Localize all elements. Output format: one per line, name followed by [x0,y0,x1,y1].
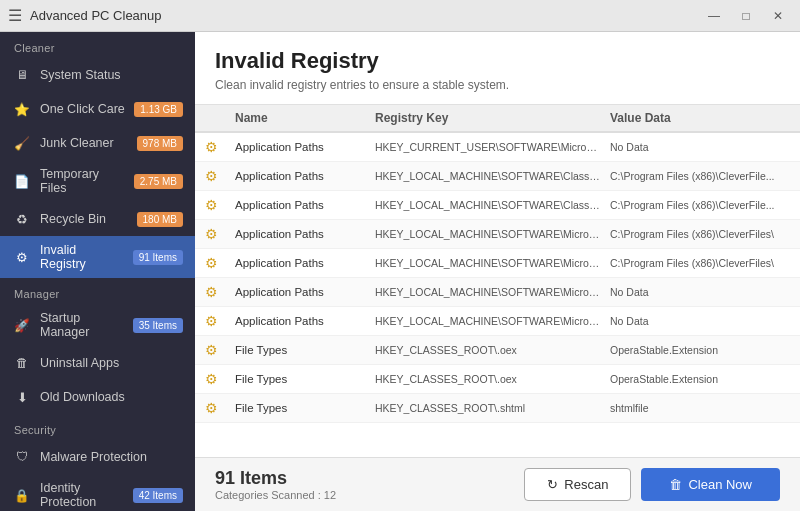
sidebar-label-invalid-registry: Invalid Registry [40,243,125,271]
main-layout: Cleaner 🖥System Status⭐One Click Care1.1… [0,32,800,511]
sidebar-item-malware-protection[interactable]: 🛡Malware Protection [0,440,195,474]
startup-icon: 🚀 [12,315,32,335]
row-name: Application Paths [235,228,375,240]
sidebar-item-uninstall-apps[interactable]: 🗑Uninstall Apps [0,346,195,380]
table-row[interactable]: ⚙ File Types HKEY_CLASSES_ROOT\.oex Oper… [195,365,800,394]
clean-icon: 🗑 [669,477,682,492]
close-button[interactable]: ✕ [764,6,792,26]
clean-now-button[interactable]: 🗑 Clean Now [641,468,780,501]
sidebar-badge-startup-manager: 35 Items [133,318,183,333]
sidebar-badge-invalid-registry: 91 Items [133,250,183,265]
table-body: ⚙ Application Paths HKEY_CURRENT_USER\SO… [195,133,800,423]
row-name: Application Paths [235,170,375,182]
row-registry-icon: ⚙ [205,400,235,416]
sidebar-label-junk-cleaner: Junk Cleaner [40,136,129,150]
col-value: Value Data [610,111,790,125]
row-registry-key: HKEY_CLASSES_ROOT\.shtml [375,402,610,414]
table-row[interactable]: ⚙ Application Paths HKEY_LOCAL_MACHINE\S… [195,249,800,278]
app-title: Advanced PC Cleanup [30,8,162,23]
table-row[interactable]: ⚙ Application Paths HKEY_LOCAL_MACHINE\S… [195,307,800,336]
sidebar-item-startup-manager[interactable]: 🚀Startup Manager35 Items [0,304,195,346]
row-registry-key: HKEY_LOCAL_MACHINE\SOFTWARE\Microsoft\Wi… [375,286,610,298]
row-registry-key: HKEY_CLASSES_ROOT\.oex [375,344,610,356]
sidebar-badge-one-click-care: 1.13 GB [134,102,183,117]
row-name: Application Paths [235,315,375,327]
sidebar-manager-items: 🚀Startup Manager35 Items🗑Uninstall Apps⬇… [0,304,195,414]
sidebar-security-items: 🛡Malware Protection🔒Identity Protection4… [0,440,195,511]
download-icon: ⬇ [12,387,32,407]
sidebar-item-temporary-files[interactable]: 📄Temporary Files2.75 MB [0,160,195,202]
minimize-button[interactable]: — [700,6,728,26]
row-value-data: C:\Program Files (x86)\CleverFiles\ [610,228,790,240]
cleaner-section-label: Cleaner [0,32,195,58]
row-registry-icon: ⚙ [205,313,235,329]
row-value-data: No Data [610,286,790,298]
footer-buttons: ↻ Rescan 🗑 Clean Now [524,468,780,501]
row-registry-key: HKEY_LOCAL_MACHINE\SOFTWARE\Classes\Appl… [375,199,610,211]
uninstall-icon: 🗑 [12,353,32,373]
file-icon: 📄 [12,171,32,191]
content-header: Invalid Registry Clean invalid registry … [195,32,800,105]
lock-icon: 🔒 [12,485,32,505]
sidebar-item-old-downloads[interactable]: ⬇Old Downloads [0,380,195,414]
shield-icon: 🛡 [12,447,32,467]
table-container[interactable]: ⚙ Application Paths HKEY_CURRENT_USER\SO… [195,133,800,457]
table-row[interactable]: ⚙ File Types HKEY_CLASSES_ROOT\.shtml sh… [195,394,800,423]
sidebar-badge-junk-cleaner: 978 MB [137,136,183,151]
rescan-icon: ↻ [547,477,558,492]
row-registry-key: HKEY_LOCAL_MACHINE\SOFTWARE\Microsoft\Wi… [375,315,610,327]
row-value-data: shtmlfile [610,402,790,414]
row-name: File Types [235,402,375,414]
sidebar-label-recycle-bin: Recycle Bin [40,212,129,226]
row-name: File Types [235,373,375,385]
table-row[interactable]: ⚙ Application Paths HKEY_LOCAL_MACHINE\S… [195,191,800,220]
table-row[interactable]: ⚙ File Types HKEY_CLASSES_ROOT\.oex Oper… [195,336,800,365]
table-row[interactable]: ⚙ Application Paths HKEY_LOCAL_MACHINE\S… [195,278,800,307]
sidebar-badge-temporary-files: 2.75 MB [134,174,183,189]
sidebar-item-one-click-care[interactable]: ⭐One Click Care1.13 GB [0,92,195,126]
restore-button[interactable]: □ [732,6,760,26]
rescan-button[interactable]: ↻ Rescan [524,468,631,501]
row-registry-key: HKEY_LOCAL_MACHINE\SOFTWARE\Classes\Appl… [375,170,610,182]
row-registry-icon: ⚙ [205,342,235,358]
sidebar: Cleaner 🖥System Status⭐One Click Care1.1… [0,32,195,511]
row-registry-icon: ⚙ [205,168,235,184]
sidebar-item-invalid-registry[interactable]: ⚙Invalid Registry91 Items [0,236,195,278]
title-bar: ☰ Advanced PC Cleanup — □ ✕ [0,0,800,32]
sidebar-badge-identity-protection: 42 Items [133,488,183,503]
row-value-data: No Data [610,141,790,153]
hamburger-icon[interactable]: ☰ [8,6,22,25]
sidebar-label-temporary-files: Temporary Files [40,167,126,195]
clean-label: Clean Now [688,477,752,492]
sidebar-item-system-status[interactable]: 🖥System Status [0,58,195,92]
window-controls: — □ ✕ [700,6,792,26]
col-key: Registry Key [375,111,610,125]
row-name: Application Paths [235,199,375,211]
table-row[interactable]: ⚙ Application Paths HKEY_CURRENT_USER\SO… [195,133,800,162]
security-section-label: Security [0,414,195,440]
sidebar-label-uninstall-apps: Uninstall Apps [40,356,183,370]
manager-section-label: Manager [0,278,195,304]
row-registry-key: HKEY_LOCAL_MACHINE\SOFTWARE\Microsoft\Wi… [375,228,610,240]
table-row[interactable]: ⚙ Application Paths HKEY_LOCAL_MACHINE\S… [195,220,800,249]
sidebar-badge-recycle-bin: 180 MB [137,212,183,227]
sidebar-label-system-status: System Status [40,68,183,82]
row-registry-key: HKEY_LOCAL_MACHINE\SOFTWARE\Microsoft\Wi… [375,257,610,269]
row-value-data: OperaStable.Extension [610,344,790,356]
sidebar-item-junk-cleaner[interactable]: 🧹Junk Cleaner978 MB [0,126,195,160]
sidebar-item-identity-protection[interactable]: 🔒Identity Protection42 Items [0,474,195,511]
sidebar-item-recycle-bin[interactable]: ♻Recycle Bin180 MB [0,202,195,236]
row-value-data: C:\Program Files (x86)\CleverFile... [610,170,790,182]
row-registry-icon: ⚙ [205,371,235,387]
row-value-data: C:\Program Files (x86)\CleverFiles\ [610,257,790,269]
row-registry-icon: ⚙ [205,197,235,213]
sidebar-label-startup-manager: Startup Manager [40,311,125,339]
registry-icon: ⚙ [12,247,32,267]
table-row[interactable]: ⚙ Application Paths HKEY_LOCAL_MACHINE\S… [195,162,800,191]
col-icon [205,111,235,125]
sidebar-label-identity-protection: Identity Protection [40,481,125,509]
content-area: Invalid Registry Clean invalid registry … [195,32,800,511]
sidebar-label-one-click-care: One Click Care [40,102,126,116]
row-name: Application Paths [235,257,375,269]
row-name: File Types [235,344,375,356]
